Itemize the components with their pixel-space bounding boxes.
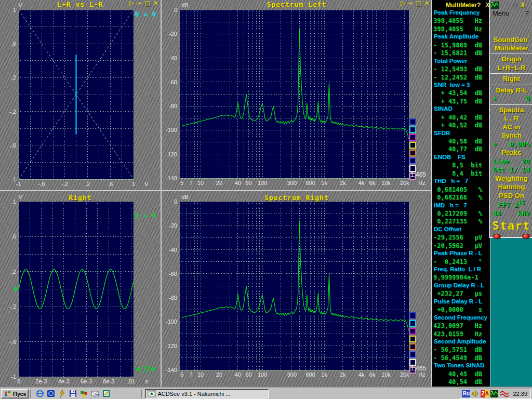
start-button[interactable]: Пуск — [1, 389, 29, 398]
help-button[interactable]: ? — [525, 9, 529, 17]
za-tray-icon[interactable]: Z A — [481, 390, 489, 397]
legend-marker[interactable] — [409, 320, 416, 327]
window-title-spectrum-left[interactable]: Spectrum Left — [162, 1, 432, 8]
close-button[interactable]: X — [521, 2, 525, 9]
window-title-waveform-right[interactable]: Right — [0, 194, 161, 202]
help-button[interactable]: ? — [477, 2, 481, 9]
legend-marker[interactable] — [409, 126, 416, 133]
side-button-peaks[interactable]: Peaks — [490, 149, 532, 157]
axis-tick-label: -,6 — [9, 339, 16, 345]
minimize-button[interactable]: − — [408, 0, 414, 7]
notes-icon[interactable] — [102, 390, 110, 397]
minimize-button[interactable]: − — [137, 0, 142, 7]
readout-value: + 43,54 dB — [432, 89, 490, 97]
axis-tick-label: 2k — [340, 180, 346, 186]
legend-marker[interactable] — [409, 134, 416, 141]
window-title-spectrum-right[interactable]: Spectrum Right — [162, 194, 432, 202]
close-button[interactable]: ✕ — [153, 0, 158, 7]
side-button-ac-in[interactable]: AC in — [490, 123, 532, 132]
legend-marker[interactable] — [409, 118, 416, 125]
multimeter-title[interactable]: MultiMeter — [446, 2, 477, 9]
side-value-sample-rate[interactable]: 48kHz — [490, 209, 532, 218]
legend-marker[interactable] — [409, 328, 416, 335]
trigger-mode-icons[interactable] — [136, 366, 156, 373]
disc-icon[interactable] — [47, 390, 55, 397]
modem-tray-icon[interactable] — [500, 391, 509, 397]
side-value-oct-value[interactable]: Oct1/ 14 — [490, 166, 532, 175]
legend-marker[interactable] — [409, 157, 416, 164]
close-button[interactable]: ✕ — [424, 0, 430, 7]
axis-tick-label: 100 — [258, 180, 267, 186]
axis-tick-label: 600 — [306, 180, 315, 186]
side-button-multimeter[interactable]: MultiMeter — [490, 44, 532, 53]
mail-icon[interactable] — [91, 390, 99, 397]
side-button-spectra[interactable]: Spectra — [490, 106, 532, 115]
readout-value: - 0,2413 ° — [432, 258, 490, 266]
side-button-weighting-mode[interactable]: Hanning — [490, 183, 532, 192]
side-button-origin[interactable]: Origin — [490, 55, 532, 64]
side-button-right[interactable]: Right — [490, 75, 532, 84]
axis-tick-label: -1 — [16, 181, 21, 187]
menu-button[interactable]: Menu — [493, 9, 510, 17]
legend-marker[interactable] — [409, 142, 416, 149]
side-button-weighting[interactable]: Weighting — [490, 175, 532, 183]
cursor-status: 0 = 0 — [135, 11, 156, 18]
multimeter-readouts: Peak Frequency398,4055 Hz398,4055 HzPeak… — [432, 9, 490, 387]
spectrum-right-plot: 0-20-40-60-80-100-120-140571020406010030… — [162, 191, 432, 388]
side-value-fft-size[interactable]: FFT 215 — [490, 200, 532, 209]
ie-icon[interactable] — [36, 390, 44, 397]
status-leds — [490, 232, 532, 239]
legend-marker[interactable] — [409, 343, 416, 350]
side-value-synch-value[interactable]: +0,00% — [490, 140, 532, 149]
readout-value: -29,2556 μV — [432, 234, 490, 242]
readout-value: - 15,9869 dB — [432, 42, 490, 49]
axis-tick-label: 300 — [287, 180, 297, 186]
side-value-line-value[interactable]: Line20 — [490, 157, 532, 166]
cursor-status: 0 = 0 — [135, 212, 156, 219]
palette-icon[interactable] — [80, 390, 88, 397]
language-indicator[interactable]: Ru — [462, 390, 470, 397]
axis-tick-label: -,2 — [61, 181, 68, 187]
multimeter-panel: MultiMeter ? X Peak Frequency398,4055 Hz… — [431, 0, 490, 388]
axis-tick-label: Hz — [418, 371, 425, 378]
side-value-delay-value[interactable]: +0 — [490, 95, 532, 103]
axis-tick-label: 7 — [190, 371, 193, 378]
readout-label: Peak Amplitude — [432, 33, 490, 41]
task-button-acdsee[interactable]: ACDSee v3.1 - Nakamichi ... — [145, 389, 269, 398]
axis-tick-label: -140 — [166, 367, 177, 373]
maximize-button[interactable]: □ — [416, 0, 422, 7]
legend-marker[interactable] — [409, 351, 416, 358]
axis-tick-label: 0 — [17, 378, 20, 384]
side-button-soundgen[interactable]: SoundGen° — [490, 35, 532, 44]
run-button[interactable]: ▷ — [129, 0, 134, 7]
axis-tick-label: 7 — [190, 180, 193, 186]
side-button-delay-rl[interactable]: Delay R-L — [490, 86, 532, 95]
axis-tick-label: -60 — [169, 271, 177, 277]
za-a: A — [485, 390, 489, 397]
volume-icon[interactable] — [472, 390, 479, 397]
axis-tick-label: -1 — [11, 374, 16, 380]
run-button[interactable]: ▷ — [401, 0, 405, 7]
legend-marker[interactable] — [409, 150, 416, 156]
readout-label: SNR low = 3 — [432, 82, 490, 89]
clock[interactable]: 22:39 — [513, 391, 527, 397]
axis-tick-label: ,2 — [11, 74, 16, 81]
side-button-spectra-channels[interactable]: L , R — [490, 114, 532, 123]
analyzer-tray-icon[interactable] — [490, 390, 498, 397]
window-spectrum-left: 0-20-40-60-80-100-120-140571020406010030… — [162, 0, 432, 190]
taskbar-divider — [30, 390, 32, 398]
side-button-psd[interactable]: PSD On — [490, 192, 532, 201]
legend-marker[interactable] — [409, 336, 416, 342]
start-measurement-button[interactable]: Start — [490, 220, 532, 232]
side-button-synch[interactable]: Synch — [490, 131, 532, 140]
maximize-button[interactable]: □ — [145, 0, 151, 7]
axis-tick-label: 6k — [369, 371, 376, 378]
value-right: 1/ 14 — [510, 166, 530, 175]
minimize-button[interactable]: _ — [506, 2, 510, 9]
maximize-button[interactable]: □ — [513, 2, 517, 9]
floppy-icon[interactable] — [69, 390, 77, 397]
legend-marker[interactable] — [409, 312, 416, 319]
side-button-origin-mode[interactable]: L+R~L-R — [490, 64, 532, 73]
lightning-icon[interactable] — [58, 390, 66, 397]
axis-tick-label: -80 — [169, 103, 177, 109]
